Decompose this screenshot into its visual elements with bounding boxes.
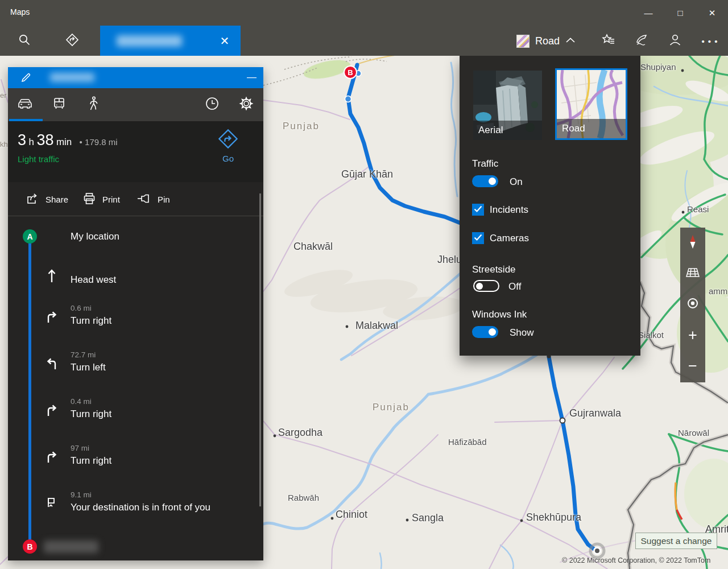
direction-step[interactable]: 9.1 mi Your destination is in front of y… bbox=[8, 488, 263, 521]
map-label-city: Chiniot bbox=[336, 509, 367, 521]
map-label-city: Hāfizābād bbox=[448, 437, 487, 447]
compass-button[interactable] bbox=[680, 228, 705, 258]
traffic-toggle[interactable] bbox=[472, 175, 498, 187]
panel-minimize-button[interactable]: — bbox=[247, 72, 257, 83]
style-option-aerial[interactable]: Aerial bbox=[473, 71, 542, 140]
walk-icon bbox=[88, 96, 99, 113]
chevron-up-icon bbox=[565, 36, 576, 46]
compass-icon bbox=[689, 234, 696, 251]
map-style-label: Road bbox=[535, 35, 560, 47]
map-label-region: Punjab bbox=[283, 121, 320, 132]
map-label-city: Rabwāh bbox=[288, 493, 319, 502]
travel-mode-tabs bbox=[8, 88, 263, 121]
checkmark-icon bbox=[474, 205, 482, 215]
map-label-fragment: kh bbox=[0, 140, 8, 149]
streetside-state: Off bbox=[508, 281, 521, 292]
incidents-label: Incidents bbox=[490, 204, 528, 216]
car-icon bbox=[16, 97, 34, 113]
tilt-button[interactable] bbox=[680, 258, 705, 289]
maximize-button[interactable]: □ bbox=[664, 0, 696, 26]
pin-label: Pin bbox=[158, 195, 170, 204]
windows-ink-label: Windows Ink bbox=[472, 309, 527, 320]
direction-step[interactable]: 97 mi Turn right bbox=[8, 442, 263, 475]
minimize-button[interactable]: — bbox=[632, 0, 664, 26]
ink-button[interactable] bbox=[628, 28, 655, 54]
direction-step[interactable]: 0.4 mi Turn right bbox=[8, 395, 263, 428]
tab-transit[interactable] bbox=[42, 88, 76, 121]
search-button[interactable] bbox=[11, 28, 38, 54]
print-button[interactable]: Print bbox=[82, 182, 120, 216]
share-label: Share bbox=[46, 195, 68, 204]
tilt-map-icon bbox=[685, 267, 700, 281]
streetside-toggle[interactable] bbox=[473, 280, 499, 292]
favorites-button[interactable] bbox=[595, 28, 622, 54]
more-button[interactable]: • • • bbox=[696, 28, 723, 54]
panel-scrollbar[interactable] bbox=[259, 193, 261, 506]
cameras-checkbox[interactable] bbox=[472, 232, 484, 244]
windows-ink-toggle[interactable] bbox=[472, 326, 498, 338]
go-button[interactable]: Go bbox=[216, 128, 241, 163]
direction-step[interactable]: 0.6 mi Turn right bbox=[8, 302, 263, 335]
map-style-button[interactable]: Road bbox=[516, 28, 576, 54]
my-location-button[interactable] bbox=[680, 289, 705, 320]
route-tab[interactable]: ✕ bbox=[100, 26, 241, 56]
zoom-out-button[interactable]: − bbox=[680, 351, 705, 381]
style-option-road-selected[interactable]: Road bbox=[555, 68, 627, 140]
turn-right-icon bbox=[45, 310, 59, 326]
close-button[interactable]: ✕ bbox=[696, 0, 728, 26]
go-label: Go bbox=[216, 154, 241, 163]
start-label: My location bbox=[71, 231, 119, 242]
checkmark-icon bbox=[474, 233, 482, 244]
turn-right-icon bbox=[45, 450, 59, 466]
options-time-button[interactable] bbox=[195, 88, 229, 121]
map-marker-b: B bbox=[344, 66, 357, 79]
map-label-city: Nārowāl bbox=[678, 428, 709, 438]
end-label-redacted bbox=[44, 541, 98, 553]
style-aerial-label: Aerial bbox=[473, 121, 542, 140]
bus-icon bbox=[52, 97, 67, 113]
destination-flag-icon bbox=[45, 496, 59, 513]
route-waypoint-dot bbox=[345, 96, 351, 102]
tab-walk[interactable] bbox=[76, 88, 110, 121]
map-style-thumbnail-icon bbox=[516, 35, 530, 48]
directions-panel-header[interactable]: — bbox=[8, 67, 263, 88]
style-road-label: Road bbox=[557, 119, 626, 138]
clock-icon bbox=[205, 96, 220, 113]
map-label-city: Malakwal bbox=[355, 320, 398, 332]
route-tab-close-button[interactable]: ✕ bbox=[212, 26, 237, 56]
tab-drive[interactable] bbox=[8, 88, 42, 121]
incidents-checkbox[interactable] bbox=[472, 204, 484, 216]
my-location-icon bbox=[686, 297, 699, 312]
go-diamond-icon bbox=[217, 142, 239, 151]
svg-text:B: B bbox=[348, 68, 353, 77]
directions-panel: — bbox=[8, 67, 263, 560]
streetside-label: Streetside bbox=[472, 264, 516, 275]
pin-button[interactable]: Pin bbox=[136, 182, 170, 216]
map-label-city: Sargodha bbox=[278, 427, 322, 439]
head-straight-icon bbox=[46, 269, 57, 286]
zoom-in-button[interactable]: + bbox=[680, 320, 705, 351]
traffic-label: Traffic bbox=[472, 158, 498, 170]
direction-step[interactable]: 72.7 mi Turn left bbox=[8, 348, 263, 381]
directions-steps: A My location Head west 0.6 mi Turn righ… bbox=[8, 216, 263, 560]
end-badge: B bbox=[23, 539, 37, 554]
directions-icon bbox=[65, 33, 79, 49]
turn-left-icon bbox=[45, 357, 59, 373]
edit-route-icon[interactable] bbox=[20, 72, 32, 85]
pin-icon bbox=[136, 192, 158, 207]
direction-step[interactable]: Head west bbox=[8, 261, 263, 294]
route-summary: 3 h 38 min • 179.8 mi Light traffic Go bbox=[8, 121, 263, 182]
directions-button[interactable] bbox=[59, 28, 86, 54]
map-label-city: Sangla bbox=[412, 512, 444, 524]
account-button[interactable] bbox=[661, 28, 689, 54]
map-label-city: Shekhūpura bbox=[526, 512, 581, 523]
print-label: Print bbox=[102, 195, 120, 204]
search-icon bbox=[18, 34, 31, 48]
route-options-button[interactable] bbox=[229, 88, 263, 121]
share-button[interactable]: Share bbox=[26, 182, 68, 216]
suggest-change-button[interactable]: Suggest a change bbox=[635, 533, 717, 549]
route-duration: 3 h 38 min • 179.8 mi bbox=[18, 131, 118, 149]
map-label-fragment: er bbox=[0, 91, 7, 100]
map-label-region: Punjab bbox=[373, 402, 410, 413]
favorites-icon bbox=[602, 34, 615, 48]
